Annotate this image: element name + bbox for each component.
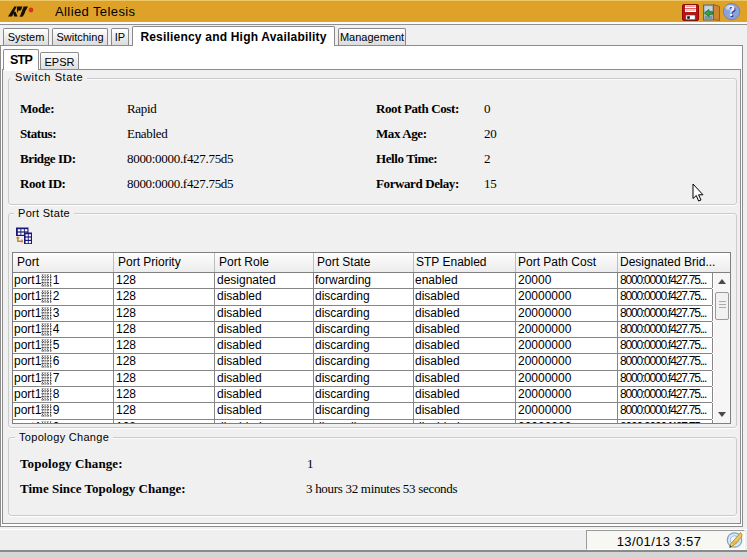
svg-text:?: ?	[728, 3, 736, 19]
